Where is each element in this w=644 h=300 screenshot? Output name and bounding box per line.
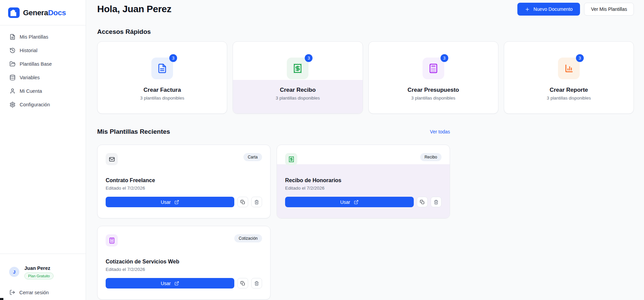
plan-badge: Plan Gratuito — [24, 273, 53, 279]
gear-icon — [9, 102, 16, 108]
folder-open-icon — [9, 61, 16, 67]
app-root: GeneraDocs Mis Plantillas Historial Plan… — [0, 0, 644, 300]
template-card-recibo-de-honorarios: Recibo Recibo de Honorarios Editado el 7… — [277, 145, 450, 218]
bar-chart-icon — [564, 63, 574, 73]
page-header: Hola, Juan Perez Nuevo Documento Ver Mis… — [97, 3, 634, 16]
sidebar-item-variables[interactable]: Variables — [0, 71, 86, 84]
trash-icon — [434, 200, 438, 205]
use-template-button[interactable]: Usar — [106, 197, 234, 207]
history-icon — [9, 47, 16, 53]
duplicate-template-button[interactable] — [417, 197, 428, 207]
recent-templates-grid: Carta Contrato Freelance Editado el 7/2/… — [97, 145, 450, 300]
logout-button[interactable]: Cerrar sesión — [0, 290, 86, 295]
template-edited-date: Editado el 7/2/2026 — [106, 267, 262, 272]
sidebar-item-mis-plantillas[interactable]: Mis Plantillas — [0, 30, 86, 44]
sidebar-item-label: Mi Cuenta — [20, 88, 42, 94]
type-badge: Carta — [243, 153, 262, 161]
user-name: Juan Perez — [24, 265, 53, 271]
copy-icon — [420, 200, 425, 205]
recent-section-header: Mis Plantillas Recientes Ver todas — [97, 128, 450, 135]
avatar[interactable]: J — [9, 267, 19, 277]
external-link-icon — [354, 200, 359, 205]
sidebar-item-mi-cuenta[interactable]: Mi Cuenta — [0, 84, 86, 98]
brand-logo[interactable]: GeneraDocs — [0, 0, 86, 25]
quick-card-title: Crear Presupuesto — [369, 87, 498, 93]
duplicate-template-button[interactable] — [237, 278, 248, 288]
brand-name: GeneraDocs — [23, 8, 66, 17]
template-title: Contrato Freelance — [106, 177, 262, 184]
quick-access-grid: 3 Crear Factura 3 plantillas disponibles… — [97, 41, 634, 114]
external-link-icon — [174, 281, 179, 286]
envelope-icon — [109, 156, 115, 163]
receipt-icon — [288, 156, 295, 163]
template-edited-date: Editado el 7/2/2026 — [285, 186, 442, 191]
delete-template-button[interactable] — [251, 197, 262, 207]
quick-card-subtitle: 3 plantillas disponibles — [98, 95, 227, 101]
sidebar-nav: Mis Plantillas Historial Plantillas Base… — [0, 25, 86, 111]
sidebar: GeneraDocs Mis Plantillas Historial Plan… — [0, 0, 86, 300]
quick-card-title: Crear Factura — [98, 87, 227, 93]
copy-icon — [240, 200, 245, 205]
duplicate-template-button[interactable] — [237, 197, 248, 207]
sidebar-item-label: Plantillas Base — [20, 61, 52, 67]
quick-card-title: Crear Reporte — [504, 87, 634, 93]
sidebar-item-label: Mis Plantillas — [20, 34, 48, 40]
template-count-badge: 3 — [441, 54, 448, 62]
use-template-button[interactable]: Usar — [285, 197, 414, 207]
trash-icon — [254, 200, 259, 205]
external-link-icon — [174, 200, 179, 205]
recent-title: Mis Plantillas Recientes — [97, 128, 170, 135]
sidebar-item-label: Configuración — [20, 102, 50, 107]
quick-card-crear-presupuesto[interactable]: 3 Crear Presupuesto 3 plantillas disponi… — [368, 41, 498, 114]
logout-label: Cerrar sesión — [19, 290, 49, 295]
database-icon — [9, 74, 16, 81]
sidebar-item-configuracion[interactable]: Configuración — [0, 98, 86, 111]
template-title: Recibo de Honorarios — [285, 177, 442, 184]
template-count-badge: 3 — [169, 54, 177, 62]
screen-corner-artifact — [0, 298, 3, 300]
template-edited-date: Editado el 7/2/2026 — [106, 186, 262, 191]
quick-card-crear-reporte[interactable]: 3 Crear Reporte 3 plantillas disponibles — [504, 41, 634, 114]
sidebar-item-historial[interactable]: Historial — [0, 44, 86, 57]
use-template-button[interactable]: Usar — [106, 278, 234, 288]
receipt-icon — [293, 63, 303, 73]
user-icon — [9, 88, 16, 94]
page-title: Hola, Juan Perez — [97, 4, 171, 15]
plus-icon — [525, 7, 530, 12]
user-block: J Juan Perez Plan Gratuito — [0, 254, 86, 279]
brand-logo-icon — [8, 7, 20, 18]
calculator-icon — [109, 237, 115, 244]
sidebar-item-label: Variables — [20, 75, 40, 80]
type-badge: Cotización — [234, 234, 262, 242]
template-title: Cotización de Servicios Web — [106, 259, 262, 265]
sidebar-item-label: Historial — [20, 48, 37, 53]
type-badge: Recibo — [420, 153, 442, 161]
view-all-link[interactable]: Ver todas — [430, 129, 450, 134]
file-text-icon — [9, 34, 16, 40]
quick-card-subtitle: 3 plantillas disponibles — [369, 95, 498, 101]
template-count-badge: 3 — [305, 54, 313, 62]
logout-icon — [9, 290, 15, 295]
quick-card-crear-recibo[interactable]: 3 Crear Recibo 3 plantillas disponibles — [233, 41, 363, 114]
delete-template-button[interactable] — [431, 197, 442, 207]
quick-card-subtitle: 3 plantillas disponibles — [504, 95, 634, 101]
view-my-templates-button[interactable]: Ver Mis Plantillas — [584, 3, 634, 16]
quick-card-title: Crear Recibo — [233, 87, 362, 93]
template-count-badge: 3 — [576, 54, 584, 62]
template-card-contrato-freelance: Carta Contrato Freelance Editado el 7/2/… — [97, 145, 271, 218]
quick-card-subtitle: 3 plantillas disponibles — [233, 95, 362, 101]
new-document-button[interactable]: Nuevo Documento — [517, 3, 580, 16]
template-card-cotizacion-de-servicios-web: Cotización Cotización de Servicios Web E… — [97, 226, 271, 300]
trash-icon — [254, 281, 259, 286]
calculator-icon — [428, 63, 438, 73]
copy-icon — [240, 281, 245, 286]
quick-card-crear-factura[interactable]: 3 Crear Factura 3 plantillas disponibles — [97, 41, 227, 114]
sidebar-item-plantillas-base[interactable]: Plantillas Base — [0, 57, 86, 71]
invoice-icon — [157, 63, 167, 73]
delete-template-button[interactable] — [251, 278, 262, 288]
main-content: Hola, Juan Perez Nuevo Documento Ver Mis… — [86, 0, 644, 300]
quick-access-title: Accesos Rápidos — [97, 28, 634, 36]
